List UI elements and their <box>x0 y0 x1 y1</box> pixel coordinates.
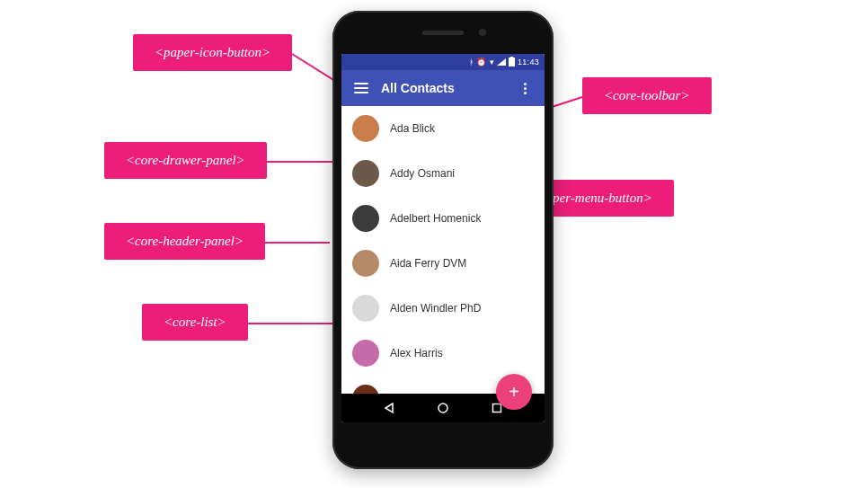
avatar <box>352 115 379 142</box>
annotation-text: <paper-icon-button> <box>155 45 270 59</box>
annotation-core-drawer-panel: <core-drawer-panel> <box>104 142 267 179</box>
annotation-text: <core-drawer-panel> <box>126 153 245 167</box>
toolbar-title: All Contacts <box>376 81 510 95</box>
overflow-menu-button[interactable] <box>510 74 539 102</box>
annotation-paper-icon-button: <paper-icon-button> <box>133 34 292 71</box>
avatar <box>352 340 379 367</box>
phone-speaker <box>422 31 464 35</box>
list-item[interactable]: Aida Ferry DVM <box>341 241 545 286</box>
bluetooth-icon: ᚼ <box>469 58 474 67</box>
more-vert-icon <box>524 83 527 94</box>
contact-name: Adelbert Homenick <box>390 212 481 225</box>
signal-icon <box>497 58 506 66</box>
list-item[interactable]: Adelbert Homenick <box>341 196 545 241</box>
contact-name: Addy Osmani <box>390 167 455 180</box>
list-item[interactable]: Alden Windler PhD <box>341 286 545 331</box>
list-item[interactable]: Addy Osmani <box>341 151 545 196</box>
android-statusbar: ᚼ ⏰ ▾ 11:43 <box>341 54 545 70</box>
plus-icon: + <box>509 382 519 403</box>
annotation-text: <core-header-panel> <box>126 234 244 248</box>
phone-camera <box>479 29 486 36</box>
home-icon[interactable] <box>437 402 449 414</box>
app-toolbar: All Contacts <box>341 70 545 106</box>
contact-name: Ada Blick <box>390 122 435 135</box>
annotation-core-list: <core-list> <box>142 304 248 341</box>
hamburger-icon <box>354 83 368 93</box>
annotation-text: <core-list> <box>164 315 226 329</box>
contact-name: Aida Ferry DVM <box>390 257 466 270</box>
wifi-icon: ▾ <box>490 58 494 67</box>
annotation-core-toolbar: <core-toolbar> <box>582 77 712 114</box>
phone-screen: ᚼ ⏰ ▾ 11:43 All Contacts Ada BlickAddy O… <box>341 54 545 422</box>
svg-rect-1 <box>493 404 501 413</box>
avatar <box>352 385 379 394</box>
annotation-text: <core-toolbar> <box>604 88 690 102</box>
svg-point-0 <box>438 404 447 413</box>
battery-icon <box>509 58 515 67</box>
avatar <box>352 205 379 232</box>
phone-mockup: ᚼ ⏰ ▾ 11:43 All Contacts Ada BlickAddy O… <box>332 11 554 469</box>
avatar <box>352 160 379 187</box>
alarm-icon: ⏰ <box>476 58 486 67</box>
contact-name: Alex Harris <box>390 347 443 359</box>
list-item[interactable]: Alex Harris <box>341 331 545 376</box>
menu-button[interactable] <box>347 74 376 102</box>
avatar <box>352 295 379 322</box>
fab-add-button[interactable]: + <box>496 374 532 410</box>
statusbar-time: 11:43 <box>518 58 539 67</box>
contact-list: Ada BlickAddy OsmaniAdelbert HomenickAid… <box>341 106 545 394</box>
avatar <box>352 250 379 277</box>
contact-name: Alden Windler PhD <box>390 302 481 315</box>
list-item[interactable]: Ada Blick <box>341 106 545 151</box>
back-icon[interactable] <box>383 402 395 414</box>
annotation-core-header-panel: <core-header-panel> <box>104 223 265 260</box>
